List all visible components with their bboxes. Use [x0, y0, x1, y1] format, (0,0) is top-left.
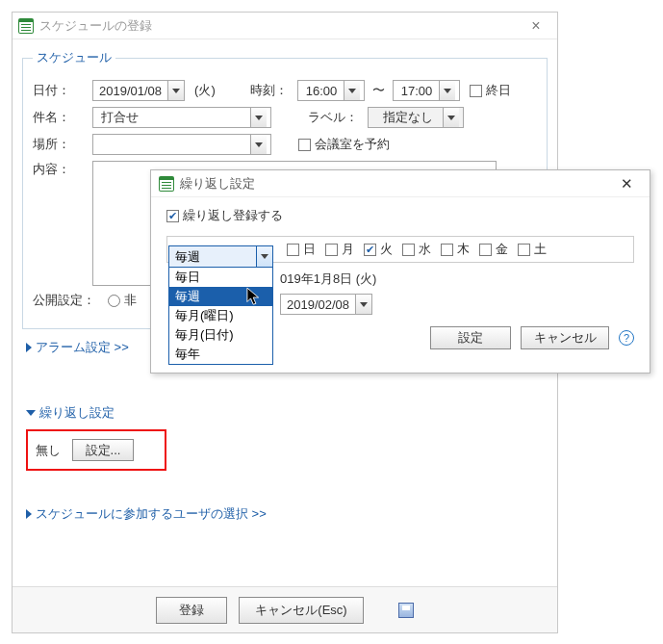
- reserve-room-label: 会議室を予約: [315, 136, 390, 153]
- checkbox-box: [287, 244, 299, 256]
- time-tilde: 〜: [372, 82, 385, 99]
- window-title: スケジュールの登録: [39, 17, 152, 35]
- allday-label: 終日: [486, 82, 511, 99]
- date-picker[interactable]: 2019/01/08: [92, 80, 185, 101]
- subject-dd[interactable]: [250, 108, 267, 127]
- place-dd[interactable]: [250, 135, 267, 154]
- cancel-button[interactable]: キャンセル(Esc): [239, 597, 364, 624]
- repeat-settings-button[interactable]: 設定...: [72, 439, 134, 461]
- help-icon[interactable]: ?: [619, 330, 634, 346]
- subject-value: 打合せ: [97, 109, 250, 126]
- time-to-value: 17:00: [397, 84, 439, 98]
- chevron-down-icon: [444, 89, 451, 93]
- save-icon[interactable]: [398, 603, 414, 618]
- users-link[interactable]: スケジュールに参加するユーザの選択 >>: [26, 505, 557, 523]
- day-checkbox-土[interactable]: 土: [518, 241, 547, 258]
- close-icon[interactable]: ×: [521, 17, 551, 35]
- frequency-dd-button[interactable]: [256, 246, 272, 267]
- frequency-option[interactable]: 毎月(曜日): [169, 306, 272, 325]
- repeat-link-text: 繰り返し設定: [39, 404, 115, 422]
- triangle-right-icon: [26, 509, 32, 519]
- date-label: 日付：: [33, 82, 92, 99]
- reserve-room-checkbox[interactable]: 会議室を予約: [298, 136, 390, 153]
- bottom-bar: 登録 キャンセル(Esc): [13, 586, 557, 632]
- register-button[interactable]: 登録: [156, 597, 227, 624]
- day-checkbox-木[interactable]: 木: [441, 241, 470, 258]
- chevron-down-icon: [255, 116, 263, 120]
- public-label: 公開設定：: [33, 292, 108, 309]
- day-checkbox-火[interactable]: 火: [364, 241, 393, 258]
- day-checkbox-日[interactable]: 日: [287, 241, 316, 258]
- day-checkbox-月[interactable]: 月: [325, 241, 354, 258]
- end-date-picker[interactable]: 2019/02/08: [280, 294, 372, 315]
- chevron-down-icon: [255, 142, 263, 147]
- time-to[interactable]: 17:00: [393, 80, 460, 101]
- dialog-cancel-button[interactable]: キャンセル: [521, 326, 609, 349]
- frequency-dropdown[interactable]: 毎週 毎日毎週毎月(曜日)毎月(日付)毎年: [168, 245, 273, 365]
- time-from[interactable]: 16:00: [297, 80, 365, 101]
- public-radio-partial[interactable]: 非: [108, 292, 137, 309]
- subject-label: 件名：: [33, 109, 92, 126]
- dialog-title: 繰り返し設定: [180, 175, 255, 193]
- day-checkbox-金[interactable]: 金: [479, 241, 508, 258]
- date-value: 2019/01/08: [93, 84, 167, 98]
- public-opt-partial: 非: [124, 292, 137, 309]
- end-date-dd[interactable]: [355, 295, 371, 314]
- frequency-option[interactable]: 毎年: [169, 345, 272, 364]
- triangle-right-icon: [26, 343, 32, 352]
- day-label: 月: [342, 241, 354, 258]
- time-from-dd[interactable]: [344, 81, 360, 100]
- day-label: 木: [457, 241, 470, 258]
- frequency-dropdown-list: 毎日毎週毎月(曜日)毎月(日付)毎年: [169, 268, 272, 364]
- day-checkbox-水[interactable]: 水: [402, 241, 431, 258]
- chevron-down-icon: [360, 302, 368, 307]
- checkbox-box: [298, 139, 311, 151]
- chevron-down-icon: [348, 89, 356, 93]
- chevron-down-icon: [447, 116, 455, 120]
- repeat-settings-link[interactable]: 繰り返し設定: [26, 404, 557, 422]
- frequency-option[interactable]: 毎週: [169, 287, 272, 306]
- day-label: 土: [534, 241, 547, 258]
- checkbox-box: [441, 244, 453, 256]
- checkbox-box: [518, 244, 530, 256]
- triangle-down-icon: [26, 410, 36, 416]
- time-label: 時刻：: [250, 82, 288, 99]
- day-label: 水: [419, 241, 431, 258]
- label-label: ラベル：: [308, 109, 358, 126]
- repeat-highlight-box: 無し 設定...: [26, 429, 166, 471]
- date-dow: (火): [194, 82, 216, 99]
- day-label: 金: [496, 241, 508, 258]
- checkbox-box: [325, 244, 338, 256]
- place-row: 場所： 会議室を予約: [33, 134, 537, 155]
- checkbox-box: [470, 85, 482, 97]
- checkbox-box-checked: [166, 210, 179, 222]
- checkbox-box: [402, 244, 415, 256]
- label-combo[interactable]: 指定なし: [368, 107, 464, 128]
- frequency-dropdown-head[interactable]: 毎週: [169, 246, 272, 268]
- date-dropdown-button[interactable]: [167, 81, 184, 100]
- repeat-enable-label: 繰り返し登録する: [183, 207, 283, 224]
- day-label: 火: [380, 241, 393, 258]
- frequency-selected: 毎週: [169, 248, 256, 266]
- chevron-down-icon: [172, 89, 180, 93]
- repeat-enable-checkbox[interactable]: 繰り返し登録する: [166, 207, 283, 224]
- checkbox-box-checked: [364, 244, 376, 256]
- end-date-row: 2019/02/08: [280, 294, 634, 315]
- dialog-close-icon[interactable]: ✕: [611, 175, 642, 193]
- radio-dot: [108, 295, 120, 307]
- label-dd[interactable]: [443, 108, 459, 127]
- content-label: 内容：: [33, 161, 92, 178]
- calendar-icon: [18, 18, 34, 34]
- allday-checkbox[interactable]: 終日: [470, 82, 511, 99]
- frequency-option[interactable]: 毎月(日付): [169, 325, 272, 345]
- dialog-titlebar: 繰り返し設定 ✕: [151, 170, 650, 197]
- start-date-text: 019年1月8日 (火): [280, 270, 634, 288]
- subject-combo[interactable]: 打合せ: [92, 107, 271, 128]
- frequency-option[interactable]: 毎日: [169, 268, 272, 287]
- alarm-link-text: アラーム設定 >>: [36, 339, 129, 356]
- place-combo[interactable]: [92, 134, 271, 155]
- repeat-current-value: 無し: [36, 442, 61, 459]
- checkbox-box: [479, 244, 492, 256]
- time-to-dd[interactable]: [439, 81, 455, 100]
- dialog-ok-button[interactable]: 設定: [430, 326, 511, 349]
